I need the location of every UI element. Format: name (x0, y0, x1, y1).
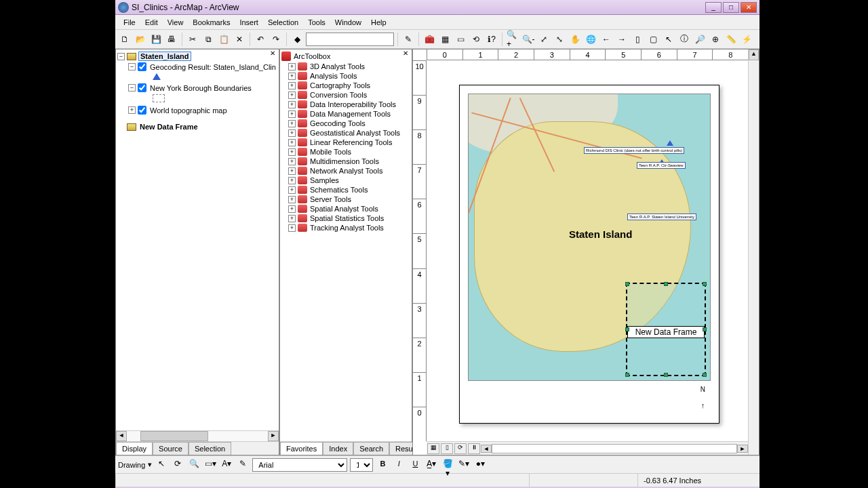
expand-icon[interactable]: + (128, 106, 136, 114)
layout-view-button[interactable]: ▯ (441, 443, 453, 454)
expand-icon[interactable]: + (288, 63, 296, 70)
select-tool-icon[interactable]: ↖ (155, 458, 168, 472)
edit-vertices-icon[interactable]: ✎ (236, 458, 250, 472)
dropdown-icon[interactable]: ▾ (148, 460, 152, 469)
point-symbol-icon[interactable] (153, 73, 161, 80)
tab-favorites[interactable]: Favorites (280, 442, 323, 455)
scroll-right-icon[interactable]: ► (268, 431, 279, 441)
select-features-icon[interactable]: ▯ (631, 33, 644, 46)
menu-file[interactable]: File (119, 17, 140, 28)
menu-selection[interactable]: Selection (264, 17, 302, 28)
callout-label[interactable]: Richmond DIS Clinic (does not offer birt… (584, 147, 684, 154)
selection-handle[interactable] (703, 327, 707, 331)
cut-icon[interactable]: ✂ (186, 33, 199, 46)
expand-icon[interactable]: + (288, 196, 296, 203)
map-frame[interactable]: Richmond DIS Clinic (does not offer birt… (468, 94, 711, 381)
menu-window[interactable]: Window (331, 17, 366, 28)
data-frame-staten-island[interactable]: Staten_Island (138, 52, 191, 61)
expand-icon[interactable]: + (288, 205, 296, 213)
maximize-button[interactable]: □ (723, 2, 739, 13)
menu-bookmarks[interactable]: Bookmarks (189, 17, 234, 28)
text-icon[interactable]: A▾ (220, 458, 233, 472)
pan-icon[interactable]: ✋ (568, 33, 582, 46)
layer-checkbox[interactable] (138, 83, 146, 92)
toolbox-item[interactable]: Linear Referencing Tools (310, 138, 392, 146)
catalog-icon[interactable]: ▭ (454, 33, 467, 46)
menu-edit[interactable]: Edit (141, 17, 162, 28)
toolbox-item[interactable]: Samples (310, 176, 339, 184)
delete-icon[interactable]: ✕ (233, 33, 246, 46)
paste-icon[interactable]: 📋 (217, 33, 231, 46)
full-extent-icon[interactable]: 🌐 (584, 33, 597, 46)
fill-color-icon[interactable]: 🪣▾ (441, 458, 454, 472)
scroll-left-icon[interactable]: ◄ (116, 431, 127, 441)
save-icon[interactable]: 💾 (149, 33, 163, 46)
scroll-left-icon[interactable]: ◄ (481, 445, 492, 453)
layer-checkbox[interactable] (138, 106, 146, 115)
expand-icon[interactable]: + (288, 186, 296, 194)
expand-icon[interactable]: + (288, 92, 296, 99)
line-color-icon[interactable]: ✎▾ (457, 458, 471, 472)
copy-icon[interactable]: ⧉ (201, 33, 215, 46)
select-elements-icon[interactable]: ↖ (662, 33, 675, 46)
toolbox-item[interactable]: Spatial Statistics Tools (310, 214, 384, 222)
expand-icon[interactable]: + (288, 129, 296, 137)
selection-handle[interactable] (703, 282, 707, 286)
selection-handle[interactable] (625, 327, 629, 331)
callout-label[interactable]: Teen R.A.P. Ctr-Seaview (637, 162, 686, 169)
layer-borough[interactable]: New York Borough Boundaries (149, 84, 253, 92)
new-data-frame-element[interactable]: New Data Frame (626, 283, 706, 376)
layout-page[interactable]: Richmond DIS Clinic (does not offer birt… (459, 85, 719, 424)
model-icon[interactable]: ⟲ (469, 33, 483, 46)
expand-icon[interactable]: + (288, 73, 296, 80)
layer-topo[interactable]: World topographic map (149, 106, 229, 115)
expand-icon[interactable]: − (117, 53, 125, 60)
toolbox-item[interactable]: Mobile Tools (310, 148, 351, 156)
toolbox-icon[interactable]: 🧰 (422, 33, 436, 46)
command-icon[interactable]: ▦ (438, 33, 452, 46)
forward-icon[interactable]: → (615, 33, 629, 46)
toolbox-item[interactable]: Data Interoperability Tools (310, 100, 396, 108)
selection-handle[interactable] (664, 282, 668, 286)
italic-button[interactable]: I (392, 458, 406, 472)
expand-icon[interactable]: + (288, 101, 296, 108)
map-vscroll[interactable]: ▲ (748, 49, 759, 455)
selection-handle[interactable] (703, 373, 707, 377)
map-title-label[interactable]: Staten Island (569, 228, 632, 240)
font-select[interactable]: Arial (252, 458, 347, 472)
expand-icon[interactable]: + (288, 110, 296, 118)
minimize-button[interactable]: _ (705, 2, 722, 13)
clear-selection-icon[interactable]: ▢ (646, 33, 660, 46)
toc-close-icon[interactable]: ✕ (268, 49, 277, 59)
redo-icon[interactable]: ↷ (269, 33, 283, 46)
identify-icon[interactable]: ⓘ (677, 33, 691, 46)
expand-icon[interactable]: + (288, 139, 296, 146)
menu-insert[interactable]: Insert (235, 17, 262, 28)
open-icon[interactable]: 📂 (134, 33, 147, 46)
expand-icon[interactable]: + (288, 158, 296, 165)
fixed-zoom-in-icon[interactable]: ⤢ (537, 33, 551, 46)
expand-icon[interactable]: + (288, 82, 296, 89)
tab-selection[interactable]: Selection (189, 442, 231, 455)
toolbox-close-icon[interactable]: ✕ (401, 49, 410, 59)
hyperlink-icon[interactable]: ⚡ (740, 33, 753, 46)
toolbox-item[interactable]: Schematics Tools (310, 186, 368, 194)
whats-this-icon[interactable]: ℹ? (485, 33, 498, 46)
data-view-button[interactable]: ▦ (427, 443, 439, 454)
toolbox-item[interactable]: Conversion Tools (310, 91, 367, 99)
pause-draw-button[interactable]: ⏸ (468, 443, 480, 454)
find-icon[interactable]: 🔎 (693, 33, 707, 46)
toc-hscroll[interactable]: ◄ ► (116, 430, 279, 441)
close-button[interactable]: ✕ (741, 2, 757, 13)
callout-label[interactable]: Teen R.A.P. Staten Island University (627, 214, 696, 220)
expand-icon[interactable]: + (288, 177, 296, 184)
toolbox-item[interactable]: Analysis Tools (310, 72, 357, 80)
zoom-tool-icon[interactable]: 🔍 (187, 458, 201, 472)
tab-display[interactable]: Display (116, 442, 153, 455)
clinic-marker-icon[interactable] (667, 140, 673, 146)
marker-color-icon[interactable]: ●▾ (473, 458, 487, 472)
tab-search[interactable]: Search (353, 442, 389, 455)
arctoolbox-root[interactable]: ArcToolbox (294, 52, 330, 60)
fixed-zoom-out-icon[interactable]: ⤡ (553, 33, 566, 46)
selection-handle[interactable] (625, 282, 629, 286)
